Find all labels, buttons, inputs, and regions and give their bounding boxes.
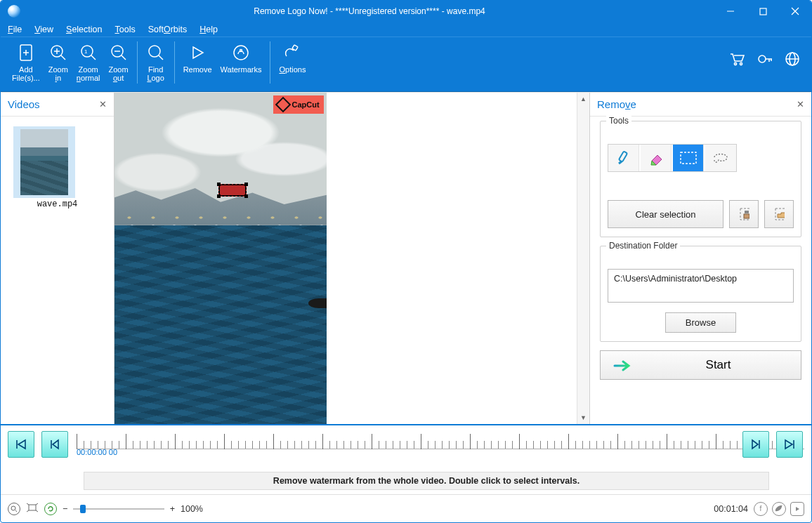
tool-eraser[interactable] — [641, 145, 672, 171]
refresh-icon[interactable] — [44, 503, 57, 515]
tool-zoom-out[interactable]: Zoomout — [105, 41, 133, 84]
video-frame[interactable]: CapCut — [114, 93, 327, 424]
tool-remove[interactable]: Remove — [179, 41, 216, 75]
svg-marker-47 — [785, 440, 792, 449]
remove-panel: Remove ✕ Tools Clear selection — [589, 93, 811, 424]
menu-softorbits[interactable]: SoftOrbits — [148, 25, 188, 34]
svg-point-21 — [240, 50, 242, 52]
videos-title: Videos — [8, 98, 99, 110]
svg-rect-38 — [745, 211, 749, 213]
toolbar: AddFile(s)... Zoomin 1 Zoomnormal Zoomou… — [1, 37, 811, 92]
svg-point-23 — [734, 62, 736, 65]
svg-point-20 — [234, 46, 248, 60]
facebook-icon[interactable]: f — [754, 502, 768, 516]
tool-zoom-in[interactable]: Zoomin — [44, 41, 72, 84]
browse-button[interactable]: Browse — [665, 312, 736, 333]
scroll-up-icon[interactable]: ▲ — [577, 93, 589, 105]
tool-add-files[interactable]: AddFile(s)... — [8, 41, 44, 84]
zoom-value: 100% — [181, 504, 203, 514]
timeline-track[interactable]: 00:00:00 00 — [77, 432, 804, 449]
tools-legend: Tools — [606, 116, 631, 126]
globe-icon[interactable] — [785, 51, 800, 69]
svg-rect-50 — [29, 505, 36, 510]
plus-icon[interactable]: + — [170, 504, 175, 514]
svg-rect-35 — [681, 152, 696, 164]
tool-zoom-normal[interactable]: 1 Zoomnormal — [72, 41, 105, 84]
ruler — [77, 432, 804, 449]
remove-close-icon[interactable]: ✕ — [797, 99, 804, 110]
start-button[interactable]: Start — [600, 350, 801, 380]
minimize-button[interactable] — [714, 1, 747, 22]
main-area: Videos ✕ wave.mp4 CapCut ▲ ▼ Remove ✕ — [1, 92, 811, 424]
tool-marker[interactable] — [608, 145, 639, 171]
menubar: File View Selection Tools SoftOrbits Hel… — [1, 22, 811, 37]
svg-line-8 — [61, 55, 65, 60]
window-title: Remove Logo Now! - ****Unregistered vers… — [25, 6, 714, 16]
zoom-normal-icon: 1 — [79, 43, 98, 62]
key-icon[interactable] — [757, 51, 773, 69]
svg-line-18 — [159, 55, 163, 60]
duration-value: 00:01:04 — [714, 504, 748, 514]
svg-marker-43 — [53, 440, 58, 449]
menu-file[interactable]: File — [8, 25, 22, 34]
vertical-scrollbar[interactable]: ▲ ▼ — [577, 93, 589, 424]
timeline: 00:00:00 00 Remove watermark from the wh… — [1, 424, 811, 494]
svg-marker-41 — [18, 440, 25, 449]
save-selection-button[interactable] — [729, 200, 759, 228]
video-preview-area: CapCut ▲ ▼ — [114, 93, 589, 424]
svg-line-49 — [15, 510, 17, 512]
tool-lasso[interactable] — [705, 145, 736, 171]
add-file-icon — [16, 43, 36, 62]
tool-rectangle-select[interactable] — [673, 145, 704, 171]
svg-rect-32 — [618, 151, 627, 161]
titlebar: Remove Logo Now! - ****Unregistered vers… — [1, 1, 811, 22]
fit-icon[interactable] — [26, 503, 39, 515]
close-button[interactable] — [779, 1, 811, 22]
open-selection-button[interactable] — [764, 200, 794, 228]
status-bar: − + 100% 00:01:04 f — [1, 494, 811, 522]
tool-find-logo[interactable]: FindLogo — [142, 41, 170, 84]
jet-ski — [308, 298, 327, 308]
svg-marker-45 — [752, 440, 758, 449]
zoom-slider[interactable]: − + — [63, 504, 175, 514]
prev-frame-button[interactable] — [41, 431, 68, 458]
selection-rect[interactable] — [218, 184, 247, 197]
svg-line-12 — [91, 55, 96, 60]
tools-group: Tools Clear selection — [600, 121, 801, 237]
menu-selection[interactable]: Selection — [66, 25, 102, 34]
start-label: Start — [648, 358, 788, 372]
svg-marker-51 — [796, 507, 799, 511]
svg-point-48 — [11, 506, 15, 510]
svg-point-24 — [740, 62, 742, 65]
scroll-down-icon[interactable]: ▼ — [577, 411, 589, 424]
tool-watermarks[interactable]: Watermarks — [216, 41, 266, 75]
next-frame-button[interactable] — [742, 431, 769, 458]
options-icon — [282, 43, 302, 62]
menu-help[interactable]: Help — [199, 25, 218, 34]
dest-path-input[interactable] — [608, 269, 794, 303]
maximize-button[interactable] — [747, 1, 779, 22]
menu-view[interactable]: View — [34, 25, 53, 34]
minus-icon[interactable]: − — [63, 504, 67, 514]
svg-text:1: 1 — [84, 48, 88, 55]
zoom-out-status-icon[interactable] — [8, 503, 20, 515]
skip-end-button[interactable] — [776, 431, 803, 458]
svg-marker-19 — [193, 47, 203, 58]
twitter-icon[interactable] — [772, 502, 786, 516]
thumb-label: wave.mp4 — [13, 199, 101, 209]
svg-point-25 — [759, 55, 766, 62]
clear-selection-button[interactable]: Clear selection — [608, 200, 723, 228]
find-logo-icon — [146, 43, 166, 62]
cart-icon[interactable] — [728, 51, 745, 69]
play-icon — [188, 43, 207, 62]
video-thumbnail[interactable] — [13, 126, 75, 198]
timeline-hint[interactable]: Remove watermark from the whole video. D… — [84, 472, 769, 490]
tool-options[interactable]: Options — [275, 41, 310, 75]
menu-tools[interactable]: Tools — [114, 25, 135, 34]
videos-close-icon[interactable]: ✕ — [99, 99, 107, 110]
skip-start-button[interactable] — [8, 431, 34, 458]
dest-legend: Destination Folder — [606, 241, 680, 251]
youtube-icon[interactable] — [790, 502, 804, 516]
svg-rect-1 — [760, 8, 766, 15]
watermarks-icon — [231, 43, 251, 62]
